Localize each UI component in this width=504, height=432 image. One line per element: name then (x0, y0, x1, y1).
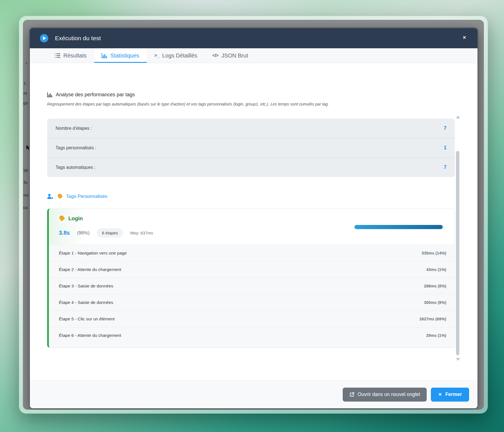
custom-tags-heading: Tags Personnalisés (47, 194, 455, 199)
step-label: Étape 6 - Attente du chargement (59, 333, 121, 338)
open-new-tab-label: Ouvrir dans un nouvel onglet (358, 392, 420, 397)
summary-row: Tags personnalisés : 1 (47, 138, 455, 157)
window-frame: • l: m gs se fo na ca Exécution du test … (19, 16, 488, 414)
close-icon: ✕ (438, 392, 442, 397)
modal-header: Exécution du test ✕ (30, 28, 477, 48)
external-link-icon (349, 392, 354, 397)
code-icon: </> (212, 53, 219, 58)
play-icon (40, 34, 48, 42)
tab-resultats[interactable]: Résultats (47, 48, 94, 63)
step-row: Étape 3 - Saisie de données 288ms (8%) (49, 278, 455, 294)
terminal-icon: >_ (154, 53, 159, 58)
user-tag-icon (47, 194, 54, 199)
bar-chart-icon (102, 53, 107, 58)
summary-panel: Nombre d'étapes : 7 Tags personnalisés :… (47, 119, 455, 177)
tab-json-brut[interactable]: </> JSON Brut (205, 48, 256, 63)
step-label: Étape 1 - Navigation vers une page (59, 251, 127, 256)
tab-logs-detailles[interactable]: >_ Logs Détaillés (147, 48, 205, 63)
page-fragment: gs (23, 100, 28, 105)
modal-title: Exécution du test (55, 35, 101, 42)
custom-tags-heading-label: Tags Personnalisés (66, 194, 107, 199)
tab-label: Statistiques (110, 52, 139, 59)
step-value: 535ms (14%) (422, 251, 446, 255)
tab-statistiques[interactable]: Statistiques (94, 48, 147, 63)
summary-label: Nombre d'étapes : (56, 126, 92, 131)
page-fragment: se (23, 167, 28, 172)
page-fragment: • (26, 61, 27, 65)
summary-label: Tags automatiques : (56, 165, 95, 170)
step-row: Étape 5 - Clic sur un élément 2627ms (69… (49, 311, 455, 327)
step-label: Étape 5 - Clic sur un élément (59, 316, 115, 321)
tag-icon (59, 215, 65, 222)
step-row: Étape 4 - Saisie de données 300ms (8%) (49, 294, 455, 311)
step-value: 288ms (8%) (424, 284, 446, 288)
modal-footer: Ouvrir dans un nouvel onglet ✕ Fermer (30, 380, 477, 408)
scrollbar-down-arrow[interactable] (456, 358, 460, 361)
section-title: Analyse des performances par tags (56, 92, 135, 98)
step-value: 43ms (1%) (426, 267, 446, 272)
tag-percent: (98%) (77, 230, 90, 236)
fermer-button[interactable]: ✕ Fermer (431, 388, 469, 402)
close-icon[interactable]: ✕ (463, 35, 466, 40)
summary-label: Tags personnalisés : (56, 145, 96, 150)
progress-bar-fill (354, 225, 443, 229)
page-fragment: l: (24, 81, 27, 86)
steps-list: Étape 1 - Navigation vers une page 535ms… (49, 245, 455, 347)
scrollbar-up-arrow[interactable] (456, 116, 460, 118)
tag-card-header: Login 3.8s (98%) 6 étapes Moy: 637ms (49, 209, 455, 245)
fermer-label: Fermer (445, 392, 462, 397)
summary-row: Nombre d'étapes : 7 (47, 119, 455, 138)
tag-name: Login (68, 215, 83, 222)
step-row: Étape 6 - Attente du chargement 29ms (1%… (49, 327, 455, 344)
tag-card-login: Login 3.8s (98%) 6 étapes Moy: 637ms (47, 208, 455, 348)
modal-body: Analyse des performances par tags Regrou… (30, 63, 477, 380)
summary-value: 1 (444, 145, 447, 151)
page-fragment: na (23, 193, 28, 197)
scrollbar-thumb[interactable] (456, 151, 459, 355)
step-label: Étape 2 - Attente du chargement (59, 267, 121, 272)
page-fragment: fo (24, 180, 28, 185)
step-value: 2627ms (69%) (419, 317, 446, 321)
tab-label: Logs Détaillés (162, 52, 197, 59)
tag-icon (57, 194, 63, 199)
open-new-tab-button[interactable]: Ouvrir dans un nouvel onglet (343, 388, 427, 402)
page-fragment: m (23, 91, 27, 95)
tab-bar: Résultats Statistiques (30, 48, 477, 63)
summary-value: 7 (444, 125, 447, 131)
tab-label: JSON Brut (221, 52, 248, 59)
tag-average: Moy: 637ms (130, 231, 153, 235)
progress-bar (354, 225, 444, 229)
step-row: Étape 2 - Attente du chargement 43ms (1%… (49, 261, 455, 278)
summary-value: 7 (444, 164, 447, 170)
step-label: Étape 3 - Saisie de données (59, 284, 113, 289)
step-label: Étape 4 - Saisie de données (59, 300, 113, 305)
step-value: 300ms (8%) (424, 300, 446, 305)
section-header: Analyse des performances par tags (47, 92, 455, 98)
tag-total-time: 3.8s (59, 230, 70, 236)
tag-steps-badge: 6 étapes (97, 228, 123, 237)
list-icon (55, 53, 60, 58)
step-row: Étape 1 - Navigation vers une page 535ms… (49, 245, 455, 261)
test-execution-modal: Exécution du test ✕ Résultats (29, 27, 478, 409)
step-value: 29ms (1%) (426, 333, 446, 338)
tab-label: Résultats (63, 52, 87, 59)
section-description: Regroupement des étapes par tags automat… (47, 102, 455, 106)
summary-row: Tags automatiques : 7 (47, 157, 455, 177)
bar-chart-icon (47, 92, 52, 97)
page-fragment: ca (23, 205, 28, 210)
dimmed-page-backdrop: • l: m gs se fo na ca Exécution du test … (23, 20, 484, 410)
